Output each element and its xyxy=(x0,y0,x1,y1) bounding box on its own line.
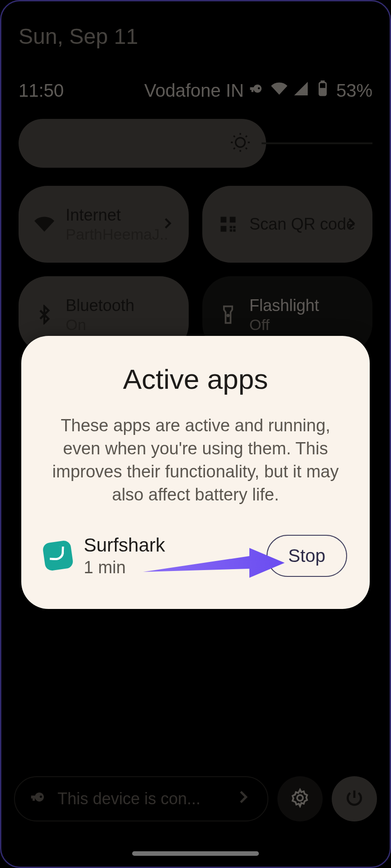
dialog-title: Active apps xyxy=(39,363,352,395)
settings-button[interactable] xyxy=(277,776,323,821)
vpn-status-chip[interactable]: This device is con... xyxy=(14,776,268,821)
svg-rect-7 xyxy=(230,226,233,229)
svg-point-11 xyxy=(227,315,229,316)
surfshark-app-icon xyxy=(42,540,74,571)
gear-icon xyxy=(290,788,310,810)
qr-icon xyxy=(218,214,238,234)
app-running-time: 1 min xyxy=(84,558,255,577)
svg-rect-5 xyxy=(230,217,236,223)
flashlight-icon xyxy=(218,305,238,325)
active-app-row: Surfshark 1 min Stop xyxy=(39,534,352,577)
tile-subtitle: ParthHeemaJ.. xyxy=(66,226,173,243)
active-apps-dialog: Active apps These apps are active and ru… xyxy=(21,336,370,609)
svg-rect-1 xyxy=(321,81,324,83)
chevron-right-icon xyxy=(234,788,252,810)
app-name: Surfshark xyxy=(84,534,255,556)
battery-icon xyxy=(315,80,331,101)
svg-point-3 xyxy=(236,138,245,147)
gesture-nav-bar[interactable] xyxy=(132,851,259,856)
vpn-key-icon xyxy=(249,80,266,101)
status-bar: 11:50 Vodafone IN 53% xyxy=(14,80,377,119)
tile-subtitle: On xyxy=(66,316,173,334)
tile-title: Scan QR code xyxy=(249,215,357,234)
vpn-key-icon xyxy=(30,788,48,810)
tile-internet[interactable]: Internet ParthHeemaJ.. xyxy=(19,186,189,263)
date-label: Sun, Sep 11 xyxy=(14,19,377,80)
chevron-right-icon xyxy=(160,216,175,233)
tile-title: Flashlight xyxy=(249,296,357,315)
svg-rect-4 xyxy=(221,217,227,223)
tile-title: Bluetooth xyxy=(66,296,173,315)
shade-footer: This device is con... xyxy=(14,776,377,821)
bluetooth-icon xyxy=(34,305,55,325)
svg-rect-6 xyxy=(221,226,227,232)
tile-subtitle: Off xyxy=(249,316,357,334)
chevron-right-icon xyxy=(343,216,359,233)
svg-rect-9 xyxy=(230,229,233,232)
power-button[interactable] xyxy=(332,776,377,821)
carrier-label: Vodafone IN xyxy=(144,80,244,101)
dialog-description: These apps are active and running, even … xyxy=(39,414,352,506)
brightness-slider[interactable] xyxy=(14,119,377,186)
wifi-icon xyxy=(34,214,55,234)
wifi-icon xyxy=(271,80,287,101)
stop-button[interactable]: Stop xyxy=(267,535,347,577)
signal-icon xyxy=(293,80,309,101)
svg-point-12 xyxy=(297,795,303,801)
tile-title: Internet xyxy=(66,206,173,225)
brightness-icon xyxy=(229,131,252,156)
tile-scan-qr[interactable]: Scan QR code xyxy=(202,186,372,263)
svg-rect-2 xyxy=(320,89,325,95)
battery-percent: 53% xyxy=(336,80,372,101)
svg-rect-10 xyxy=(233,226,236,229)
vpn-status-text: This device is con... xyxy=(57,789,225,808)
power-icon xyxy=(344,788,364,810)
clock-time: 11:50 xyxy=(19,80,64,101)
svg-rect-8 xyxy=(233,229,236,232)
quick-settings: Internet ParthHeemaJ.. Scan QR code xyxy=(14,186,377,353)
